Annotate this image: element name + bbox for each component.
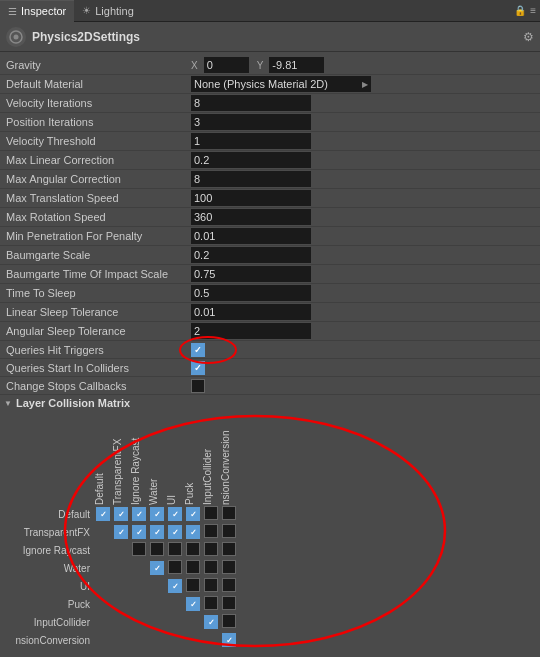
matrix-cell bbox=[220, 631, 238, 649]
gravity-y-input[interactable] bbox=[269, 57, 324, 73]
matrix-checkbox-3-4[interactable] bbox=[168, 560, 182, 574]
matrix-cell bbox=[202, 613, 220, 631]
time-to-sleep-input[interactable] bbox=[191, 285, 311, 301]
matrix-checkbox-3-6[interactable] bbox=[204, 560, 218, 574]
matrix-checkbox-7-7[interactable] bbox=[222, 633, 236, 647]
matrix-cell bbox=[94, 541, 112, 559]
dropdown-arrow-icon: ▶ bbox=[362, 80, 368, 89]
matrix-checkbox-0-6[interactable] bbox=[204, 506, 218, 520]
matrix-checkbox-1-5[interactable] bbox=[186, 525, 200, 539]
max-linear-correction-input[interactable] bbox=[191, 152, 311, 168]
matrix-checkbox-5-6[interactable] bbox=[204, 596, 218, 610]
matrix-checkbox-0-1[interactable] bbox=[114, 507, 128, 521]
matrix-checkbox-1-3[interactable] bbox=[150, 525, 164, 539]
queries-hit-triggers-checkbox[interactable] bbox=[191, 343, 205, 357]
matrix-checkbox-0-4[interactable] bbox=[168, 507, 182, 521]
gravity-x-input[interactable] bbox=[204, 57, 249, 73]
matrix-cell bbox=[166, 505, 184, 523]
matrix-checkbox-3-5[interactable] bbox=[186, 560, 200, 574]
matrix-row: Default bbox=[4, 505, 238, 523]
baumgarte-toi-input[interactable] bbox=[191, 266, 311, 282]
prop-angular-sleep-tolerance: Angular Sleep Tolerance bbox=[0, 322, 540, 341]
matrix-cell bbox=[202, 631, 220, 649]
matrix-checkbox-0-2[interactable] bbox=[132, 507, 146, 521]
matrix-checkbox-5-5[interactable] bbox=[186, 597, 200, 611]
linear-sleep-tolerance-input[interactable] bbox=[191, 304, 311, 320]
max-rotation-speed-input[interactable] bbox=[191, 209, 311, 225]
matrix-checkbox-1-1[interactable] bbox=[114, 525, 128, 539]
matrix-checkbox-4-4[interactable] bbox=[168, 579, 182, 593]
matrix-cell bbox=[184, 523, 202, 541]
angular-sleep-tolerance-input[interactable] bbox=[191, 323, 311, 339]
matrix-cell bbox=[112, 595, 130, 613]
velocity-iterations-input[interactable] bbox=[191, 95, 311, 111]
matrix-checkbox-1-7[interactable] bbox=[222, 524, 236, 538]
matrix-checkbox-0-7[interactable] bbox=[222, 506, 236, 520]
max-translation-speed-input[interactable] bbox=[191, 190, 311, 206]
prop-label-max-angular-correction: Max Angular Correction bbox=[6, 173, 191, 185]
prop-value-gravity: X Y bbox=[191, 57, 534, 73]
change-stops-callbacks-checkbox[interactable] bbox=[191, 379, 205, 393]
matrix-cell bbox=[130, 559, 148, 577]
matrix-checkbox-4-5[interactable] bbox=[186, 578, 200, 592]
matrix-cell bbox=[130, 631, 148, 649]
matrix-checkbox-4-6[interactable] bbox=[204, 578, 218, 592]
prop-default-material: Default Material None (Physics Material … bbox=[0, 75, 540, 94]
matrix-checkbox-2-7[interactable] bbox=[222, 542, 236, 556]
col-label-ui: UI bbox=[166, 415, 182, 505]
matrix-checkbox-3-3[interactable] bbox=[150, 561, 164, 575]
matrix-checkbox-4-7[interactable] bbox=[222, 578, 236, 592]
prop-change-stops-callbacks: Change Stops Callbacks bbox=[0, 377, 540, 395]
velocity-threshold-input[interactable] bbox=[191, 133, 311, 149]
baumgarte-scale-input[interactable] bbox=[191, 247, 311, 263]
col-header-puck: Puck bbox=[184, 415, 202, 505]
queries-start-in-colliders-checkbox[interactable] bbox=[191, 361, 205, 375]
layer-collision-matrix-header[interactable]: ▼ Layer Collision Matrix bbox=[0, 395, 540, 411]
prop-label-baumgarte-toi: Baumgarte Time Of Impact Scale bbox=[6, 268, 191, 280]
matrix-checkbox-2-4[interactable] bbox=[168, 542, 182, 556]
min-penetration-input[interactable] bbox=[191, 228, 311, 244]
matrix-row: Ignore Raycast bbox=[4, 541, 238, 559]
matrix-checkbox-6-6[interactable] bbox=[204, 615, 218, 629]
matrix-checkbox-3-7[interactable] bbox=[222, 560, 236, 574]
matrix-checkbox-2-5[interactable] bbox=[186, 542, 200, 556]
col-label-default: Default bbox=[94, 415, 110, 505]
matrix-row: nsionConversion bbox=[4, 631, 238, 649]
prop-label-velocity-iterations: Velocity Iterations bbox=[6, 97, 191, 109]
panel-header: Physics2DSettings ⚙ bbox=[0, 22, 540, 52]
matrix-row-label: TransparentFX bbox=[4, 523, 94, 541]
matrix-checkbox-1-4[interactable] bbox=[168, 525, 182, 539]
prop-label-queries-hit-triggers: Queries Hit Triggers bbox=[6, 344, 191, 356]
prop-label-change-stops-callbacks: Change Stops Callbacks bbox=[6, 380, 191, 392]
prop-label-baumgarte-scale: Baumgarte Scale bbox=[6, 249, 191, 261]
matrix-checkbox-0-3[interactable] bbox=[150, 507, 164, 521]
tab-lighting[interactable]: ☀ Lighting bbox=[74, 0, 142, 22]
prop-time-to-sleep: Time To Sleep bbox=[0, 284, 540, 303]
matrix-checkbox-2-6[interactable] bbox=[204, 542, 218, 556]
matrix-checkbox-6-7[interactable] bbox=[222, 614, 236, 628]
menu-icon[interactable]: ≡ bbox=[530, 5, 536, 16]
matrix-cell bbox=[184, 613, 202, 631]
tab-inspector[interactable]: ☰ Inspector bbox=[0, 0, 74, 22]
matrix-cell bbox=[148, 505, 166, 523]
matrix-cell bbox=[166, 541, 184, 559]
matrix-cell bbox=[166, 577, 184, 595]
matrix-checkbox-0-5[interactable] bbox=[186, 507, 200, 521]
default-material-dropdown[interactable]: None (Physics Material 2D) ▶ bbox=[191, 76, 371, 92]
matrix-checkbox-2-2[interactable] bbox=[132, 542, 146, 556]
lock-icon[interactable]: 🔒 bbox=[514, 5, 526, 16]
position-iterations-input[interactable] bbox=[191, 114, 311, 130]
matrix-cell bbox=[112, 523, 130, 541]
max-angular-correction-input[interactable] bbox=[191, 171, 311, 187]
matrix-checkbox-1-2[interactable] bbox=[132, 525, 146, 539]
matrix-row: Water bbox=[4, 559, 238, 577]
matrix-checkbox-2-3[interactable] bbox=[150, 542, 164, 556]
matrix-checkbox-1-6[interactable] bbox=[204, 524, 218, 538]
prop-label-angular-sleep-tolerance: Angular Sleep Tolerance bbox=[6, 325, 191, 337]
matrix-cell bbox=[112, 577, 130, 595]
matrix-checkbox-0-0[interactable] bbox=[96, 507, 110, 521]
panel-gear-icon[interactable]: ⚙ bbox=[523, 30, 534, 44]
col-header-default: Default bbox=[94, 415, 112, 505]
matrix-checkbox-5-7[interactable] bbox=[222, 596, 236, 610]
matrix-cell bbox=[148, 523, 166, 541]
